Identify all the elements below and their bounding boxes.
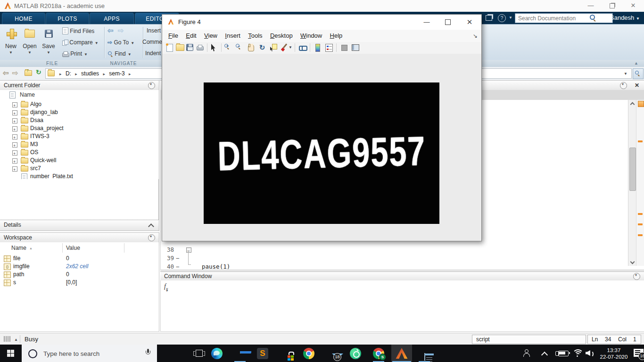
- taskbar-mail[interactable]: 18: [322, 345, 342, 362]
- warning-marker[interactable]: [638, 140, 643, 142]
- expand-icon[interactable]: [12, 110, 17, 115]
- user-menu[interactable]: Sandesh ▼: [610, 12, 640, 25]
- find-button[interactable]: Find▼: [107, 50, 132, 58]
- volume-icon[interactable]: [586, 350, 594, 356]
- workspace-menu-icon[interactable]: [148, 234, 155, 243]
- figure-maximize-button[interactable]: [440, 15, 455, 30]
- table-row[interactable]: imgfile 2x62 cell: [0, 263, 158, 271]
- tab-home[interactable]: HOME: [2, 13, 45, 25]
- collapse-ribbon-icon[interactable]: ▲: [634, 61, 638, 66]
- brush-icon[interactable]: [281, 43, 289, 52]
- start-button[interactable]: [0, 345, 22, 362]
- editor-scrollbar[interactable]: [628, 100, 636, 266]
- scroll-down-icon[interactable]: [629, 258, 635, 265]
- open-button[interactable]: Open▼: [21, 26, 39, 59]
- expand-icon[interactable]: [12, 102, 17, 107]
- list-item[interactable]: M3: [0, 140, 158, 148]
- warning-marker[interactable]: [638, 213, 643, 215]
- taskbar-microsoft-store[interactable]: [275, 345, 296, 362]
- print-figure-icon[interactable]: [197, 43, 205, 52]
- status-grip-handle[interactable]: [4, 336, 12, 342]
- scroll-up-icon[interactable]: [629, 101, 635, 107]
- editor-close-icon[interactable]: ✕: [635, 81, 639, 90]
- grip-caret-icon[interactable]: ▲: [14, 337, 18, 342]
- breadcrumb-drive[interactable]: D:: [65, 70, 72, 77]
- list-item[interactable]: django_lab: [0, 108, 158, 116]
- new-button[interactable]: New▼: [2, 26, 20, 59]
- figure-close-button[interactable]: ✕: [462, 15, 477, 30]
- current-folder-menu-icon[interactable]: [148, 82, 155, 90]
- expand-icon[interactable]: [12, 134, 17, 140]
- expand-icon[interactable]: [12, 150, 17, 156]
- brush-caret-icon[interactable]: ▼: [289, 43, 292, 52]
- command-window[interactable]: fx: [160, 280, 644, 332]
- hide-plot-tools-icon[interactable]: [340, 43, 348, 52]
- help-caret-icon[interactable]: ▼: [509, 16, 512, 20]
- scrollbar-thumb[interactable]: [629, 148, 636, 191]
- taskbar-clock[interactable]: 13:37 22-07-2020: [597, 347, 631, 360]
- menu-tools[interactable]: Tools: [248, 30, 262, 42]
- go-to-button[interactable]: ⇨ Go To▼: [107, 39, 134, 46]
- expand-icon[interactable]: [12, 166, 17, 172]
- insert-legend-icon[interactable]: [325, 43, 333, 52]
- help-icon[interactable]: ?: [498, 14, 506, 22]
- breadcrumb-dropdown-icon[interactable]: ▼: [624, 72, 627, 76]
- taskbar-notepad[interactable]: [414, 345, 435, 362]
- table-row[interactable]: file 0: [0, 255, 158, 263]
- details-collapse-icon[interactable]: [149, 223, 153, 230]
- back-icon[interactable]: ⇦: [107, 26, 114, 35]
- code-fold-icon[interactable]: [186, 247, 191, 253]
- current-folder-columns[interactable]: Name: [0, 90, 159, 100]
- editor-menu-icon[interactable]: [620, 82, 627, 90]
- expand-icon[interactable]: [12, 142, 17, 148]
- show-plot-tools-icon[interactable]: [351, 43, 360, 52]
- microphone-icon[interactable]: [146, 349, 151, 357]
- menu-file[interactable]: File: [168, 30, 178, 42]
- taskbar-edge[interactable]: [206, 345, 227, 362]
- close-button[interactable]: ✕: [625, 0, 641, 12]
- search-documentation-input[interactable]: [515, 13, 613, 23]
- doc-search-icon[interactable]: [589, 14, 596, 23]
- data-cursor-icon[interactable]: [269, 43, 278, 52]
- message-indicator-icon[interactable]: [638, 101, 644, 107]
- taskbar-chrome-profile[interactable]: S: [368, 345, 389, 362]
- nav-back-icon[interactable]: ⇦: [3, 69, 9, 77]
- insert-colorbar-icon[interactable]: [314, 43, 322, 52]
- list-item[interactable]: Algo: [0, 100, 158, 108]
- list-item[interactable]: Dsaa: [0, 116, 158, 124]
- menu-window[interactable]: Window: [300, 30, 322, 42]
- workspace-columns[interactable]: Name ▲ Value: [0, 242, 159, 255]
- ws-name-column[interactable]: Name: [11, 242, 26, 254]
- menu-help[interactable]: Help: [330, 30, 343, 42]
- taskbar-chrome[interactable]: [298, 345, 319, 362]
- wifi-icon[interactable]: [572, 349, 582, 357]
- warning-marker[interactable]: [638, 234, 643, 236]
- list-item[interactable]: Quick-well: [0, 156, 158, 165]
- rotate-3d-icon[interactable]: ↻: [258, 43, 266, 52]
- address-search-button[interactable]: [633, 68, 644, 79]
- expand-icon[interactable]: [12, 118, 17, 123]
- zoom-out-icon[interactable]: −: [235, 43, 244, 52]
- insert-button[interactable]: Insert: [147, 27, 161, 34]
- details-header[interactable]: Details: [0, 220, 159, 231]
- forward-icon[interactable]: ⇨: [118, 26, 124, 35]
- tray-expand-icon[interactable]: [542, 352, 547, 359]
- ws-value-column[interactable]: Value: [66, 242, 80, 254]
- open-file-icon[interactable]: [176, 43, 184, 52]
- browse-folder-icon[interactable]: ↻: [36, 68, 41, 76]
- tab-plots[interactable]: PLOTS: [46, 13, 89, 25]
- figure-minimize-button[interactable]: —: [419, 15, 434, 30]
- list-item[interactable]: OS: [0, 148, 158, 156]
- people-icon[interactable]: [522, 349, 531, 357]
- dock-figure-icon[interactable]: ↘: [473, 30, 478, 42]
- pan-icon[interactable]: [247, 43, 255, 52]
- window-layout-icon[interactable]: [486, 15, 492, 22]
- zoom-in-icon[interactable]: +: [224, 43, 232, 52]
- find-files-button[interactable]: Find Files: [62, 27, 94, 35]
- new-figure-icon[interactable]: [165, 43, 174, 52]
- list-item[interactable]: ITWS-3: [0, 132, 158, 140]
- minimize-button[interactable]: —: [583, 0, 599, 12]
- menu-view[interactable]: View: [204, 30, 217, 42]
- taskbar-file-explorer[interactable]: [230, 345, 250, 362]
- nav-forward-icon[interactable]: ⇨: [12, 69, 18, 77]
